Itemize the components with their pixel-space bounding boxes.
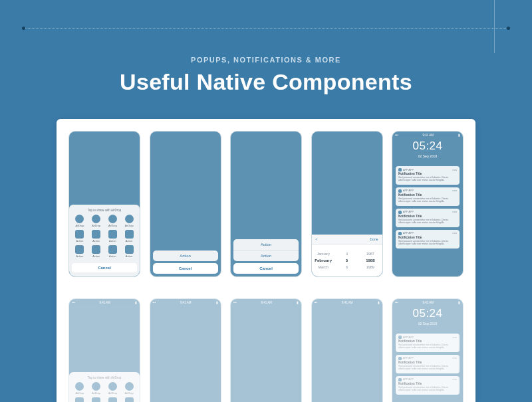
notification-body: Sed possumt consectetur est et lobortis.… — [398, 176, 457, 182]
share-action[interactable]: Action — [72, 230, 87, 243]
showcase-panel: Tap to share with AirDrop AirDrop AirDro… — [57, 119, 475, 402]
mockup-date-picker: < Done January February March 4 5 6 — [311, 131, 383, 277]
notification-title: Notification Title — [398, 193, 457, 197]
notification-card[interactable]: APP APPnow Notification Title Sed possum… — [396, 334, 460, 352]
picker-wheels[interactable]: January February March 4 5 6 1987 1988 — [312, 245, 382, 276]
action-item[interactable]: Action — [153, 251, 218, 261]
share-action[interactable]: Action — [72, 245, 87, 258]
cancel-button[interactable]: Cancel — [72, 263, 137, 272]
airdrop-icon — [108, 215, 117, 223]
action-item[interactable]: Action — [233, 250, 299, 261]
airdrop-icon — [75, 215, 84, 223]
notification-title: Notification Title — [398, 215, 457, 218]
section-header: POPUPS, NOTIFICATIONS & MORE Useful Nati… — [0, 56, 532, 95]
share-target[interactable]: AirDrop — [72, 215, 87, 227]
share-action[interactable]: Action — [122, 245, 136, 258]
share-action[interactable]: Action — [72, 397, 87, 402]
mockup-action-sheet-1: •••9:41 AM▮ — [150, 298, 221, 402]
notification-card[interactable]: APP APPnow Notification Title Sed possum… — [396, 376, 460, 395]
mockup-lockscreen: ••• 9:41 AM ▮ 05:24 02 Sep 2018 APP APPn… — [392, 131, 464, 277]
page-title: Useful Native Components — [0, 69, 532, 95]
picker-panel: < Done January February March 4 5 6 — [312, 235, 382, 276]
share-action[interactable]: Action — [89, 230, 104, 243]
notification-stack: APP APPnow Notification Title Sed possum… — [396, 166, 460, 249]
share-action[interactable]: Action — [122, 230, 136, 243]
share-target[interactable]: AirDrop — [122, 382, 136, 395]
share-action[interactable]: Action — [106, 230, 120, 243]
action-icon — [92, 230, 100, 239]
notification-app-icon — [398, 189, 402, 193]
action-item[interactable]: Action — [233, 239, 299, 250]
showcase-row: Tap to share with AirDrop AirDrop AirDro… — [68, 131, 464, 277]
mockup-lockscreen: •••9:41 AM▮ 05:2402 Sep 2018 APP APPnow … — [392, 298, 464, 402]
notification-body: Sed possumt consectetur est et lobortis.… — [398, 240, 457, 246]
action-icon — [75, 245, 84, 254]
share-target[interactable]: AirDrop — [89, 382, 104, 395]
eyebrow-text: POPUPS, NOTIFICATIONS & MORE — [0, 56, 532, 64]
action-icon — [125, 230, 134, 239]
notification-body: Sed possumt consectetur est et lobortis.… — [398, 197, 457, 203]
share-target[interactable]: AirDrop — [106, 382, 120, 395]
share-action[interactable]: Action — [89, 245, 104, 258]
share-target[interactable]: AirDrop — [72, 382, 87, 395]
notification-card[interactable]: APP APPnow Notification Title Sed possum… — [396, 187, 460, 206]
notification-card[interactable]: APP APPnow Notification Title Sed possum… — [396, 209, 460, 227]
cancel-button[interactable]: Cancel — [233, 263, 299, 274]
share-sheet: Tap to share with AirDrop AirDrop AirDro… — [69, 205, 140, 276]
notification-card[interactable]: APP APPnow Notification Title Sed possum… — [396, 355, 460, 373]
picker-done-button[interactable]: Done — [370, 237, 378, 241]
notification-card[interactable]: APP APPnow Notification Title Sed possum… — [396, 166, 460, 185]
mockup-share-sheet: Tap to share with AirDrop AirDrop AirDro… — [68, 131, 140, 277]
share-target[interactable]: AirDrop — [122, 215, 136, 227]
decorative-dot — [507, 27, 510, 30]
notification-card[interactable]: APP APPnow Notification Title Sed possum… — [396, 230, 460, 249]
share-target[interactable]: AirDrop — [89, 215, 104, 227]
notification-app-icon — [398, 211, 402, 214]
lockscreen-time: 05:24 — [392, 140, 463, 153]
picker-prev-button[interactable]: < — [316, 237, 318, 241]
battery-icon: ▮ — [458, 134, 460, 137]
share-action[interactable]: Action — [106, 397, 120, 402]
action-sheet: Action Cancel — [153, 251, 218, 274]
share-sheet-title: Tap to share with AirDrop — [72, 375, 137, 382]
action-icon — [125, 245, 134, 254]
mockup-share-sheet: •••9:41 AM▮ Tap to share with AirDrop Ai… — [68, 298, 140, 402]
decorative-vertical-line — [494, 0, 495, 53]
share-sheet-title: Tap to share with AirDrop — [72, 207, 137, 215]
lockscreen-date: 02 Sep 2018 — [392, 154, 463, 158]
share-action[interactable]: Action — [89, 397, 104, 402]
notification-title: Notification Title — [398, 236, 457, 239]
mockup-date-picker: •••9:41 AM▮ — [311, 298, 383, 402]
action-sheet: Action Action Cancel — [233, 239, 299, 274]
mockup-action-sheet-2: •••9:41 AM▮ — [230, 298, 302, 402]
decorative-dot — [22, 27, 25, 30]
status-bar: ••• 9:41 AM ▮ — [395, 134, 460, 137]
action-icon — [75, 230, 84, 239]
status-bar: •••9:41 AM▮ — [72, 301, 137, 304]
notification-body: Sed possumt consectetur est et lobortis.… — [398, 219, 457, 225]
notification-app-icon — [398, 232, 402, 235]
airdrop-icon — [125, 215, 134, 223]
share-action[interactable]: Action — [122, 397, 136, 402]
share-action[interactable]: Action — [106, 245, 120, 258]
picker-col-year: 1987 1988 1989 — [358, 252, 382, 269]
lockscreen-clock: 05:24 02 Sep 2018 — [392, 140, 463, 158]
cancel-button[interactable]: Cancel — [153, 263, 218, 274]
notification-app-icon — [398, 168, 402, 171]
signal-icon: ••• — [395, 134, 398, 137]
decorative-dotted-line — [23, 28, 509, 29]
notification-title: Notification Title — [398, 172, 457, 175]
mockup-action-sheet-1: Action Cancel — [150, 131, 221, 277]
action-icon — [92, 245, 100, 254]
airdrop-icon — [92, 215, 100, 223]
showcase-row-faded: •••9:41 AM▮ Tap to share with AirDrop Ai… — [68, 298, 464, 402]
action-icon — [108, 245, 117, 254]
mockup-action-sheet-2: Action Action Cancel — [230, 131, 302, 277]
picker-col-month: January February March — [312, 252, 335, 269]
share-target[interactable]: AirDrop — [106, 215, 120, 227]
statusbar-time: 9:41 AM — [423, 134, 434, 137]
picker-col-day: 4 5 6 — [335, 252, 358, 269]
action-icon — [108, 230, 117, 239]
